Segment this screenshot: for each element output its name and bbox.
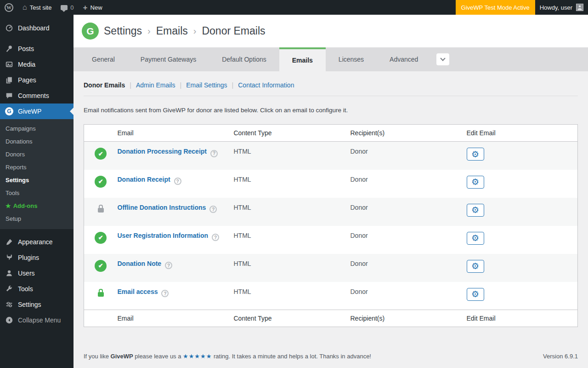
settings-sliders-icon: [5, 300, 14, 309]
recipient-cell: Donor: [351, 282, 467, 310]
breadcrumb-emails[interactable]: Emails: [156, 25, 188, 37]
content-type-cell: HTML: [234, 142, 351, 170]
table-row[interactable]: ✔ Donation Receipt? HTML Donor ⚙: [84, 170, 578, 198]
status-cell: ✔: [84, 226, 118, 254]
subnav-admin-emails[interactable]: Admin Emails: [136, 81, 175, 89]
sidebar-item-dashboard[interactable]: Dashboard: [0, 20, 74, 36]
submenu-item-donors[interactable]: Donors: [0, 148, 74, 161]
edit-email-button[interactable]: ⚙: [467, 260, 484, 273]
email-name-link[interactable]: Donation Processing Receipt: [118, 148, 207, 155]
sidebar-item-posts[interactable]: Posts: [0, 41, 74, 57]
sidebar-item-label: Comments: [18, 92, 49, 99]
subnav-donor-emails[interactable]: Donor Emails: [84, 81, 125, 89]
sidebar-item-settings[interactable]: Settings: [0, 297, 74, 312]
content-type-cell: HTML: [234, 226, 351, 254]
edit-email-button[interactable]: ⚙: [467, 232, 484, 245]
submenu-item-tools[interactable]: Tools: [0, 186, 74, 199]
gear-icon: ⚙: [471, 262, 479, 270]
edit-email-button[interactable]: ⚙: [467, 176, 484, 189]
sidebar-item-givewp[interactable]: G GiveWP: [0, 104, 74, 119]
breadcrumb-settings[interactable]: Settings: [104, 25, 142, 37]
content-type-cell: HTML: [234, 254, 351, 282]
submenu-item-reports[interactable]: Reports: [0, 161, 74, 173]
comments-menu[interactable]: 0: [56, 0, 78, 15]
comments-count: 0: [70, 4, 74, 11]
test-mode-badge[interactable]: GiveWP Test Mode Active: [456, 0, 535, 15]
sidebar-item-label: Collapse Menu: [18, 316, 61, 324]
email-name-link[interactable]: User Registration Information: [118, 232, 209, 239]
help-icon[interactable]: ?: [165, 262, 172, 269]
locked-active-icon: [98, 292, 104, 297]
chevron-separator-icon: ›: [193, 26, 197, 36]
table-row[interactable]: ✔ Donation Processing Receipt? HTML Dono…: [84, 142, 578, 170]
submenu-item-campaigns[interactable]: Campaigns: [0, 122, 74, 135]
help-icon[interactable]: ?: [161, 290, 169, 297]
sidebar-item-media[interactable]: Media: [0, 57, 74, 72]
sidebar-item-appearance[interactable]: Appearance: [0, 234, 74, 250]
tab-emails[interactable]: Emails: [279, 47, 326, 71]
sidebar-item-tools[interactable]: Tools: [0, 281, 74, 297]
tab-general[interactable]: General: [79, 47, 128, 71]
tab-licenses[interactable]: Licenses: [326, 47, 377, 71]
email-cell: Offline Donation Instructions?: [118, 198, 234, 226]
help-icon[interactable]: ?: [174, 178, 181, 185]
tab-advanced[interactable]: Advanced: [377, 47, 431, 71]
sidebar-item-pages[interactable]: Pages: [0, 72, 74, 88]
sidebar-item-comments[interactable]: Comments: [0, 88, 74, 104]
table-row[interactable]: ✔ Donation Note? HTML Donor ⚙: [84, 254, 578, 282]
sidebar-item-label: Appearance: [18, 238, 53, 246]
more-tabs-button[interactable]: [436, 53, 449, 65]
subnav-email-settings[interactable]: Email Settings: [186, 81, 227, 89]
recipient-cell: Donor: [351, 198, 467, 226]
submenu-item-addons[interactable]: ★ Add-ons: [0, 199, 74, 212]
table-row[interactable]: Email access? HTML Donor ⚙: [84, 282, 578, 310]
email-subnav: Donor Emails | Admin Emails | Email Sett…: [84, 81, 578, 89]
status-cell: [84, 198, 118, 226]
edit-email-button[interactable]: ⚙: [467, 204, 484, 217]
submenu-item-settings[interactable]: Settings: [0, 173, 74, 186]
table-row[interactable]: ✔ User Registration Information? HTML Do…: [84, 226, 578, 254]
col-header-status: [84, 125, 118, 142]
enabled-check-icon: ✔: [95, 232, 107, 244]
site-name-menu[interactable]: ⌂ Test site: [18, 0, 56, 15]
edit-email-button[interactable]: ⚙: [467, 288, 484, 301]
plugin-icon: [5, 253, 14, 262]
edit-email-button[interactable]: ⚙: [467, 148, 484, 161]
enabled-check-icon: ✔: [95, 176, 107, 188]
submenu-label: Setup: [6, 215, 21, 222]
sidebar-item-label: GiveWP: [18, 108, 41, 115]
help-icon[interactable]: ?: [209, 206, 217, 213]
edit-cell: ⚙: [467, 198, 578, 226]
tab-default-options[interactable]: Default Options: [209, 47, 279, 71]
sidebar-item-users[interactable]: Users: [0, 265, 74, 281]
recipient-cell: Donor: [351, 142, 467, 170]
collapse-arrow-icon: [5, 316, 14, 325]
email-name-link[interactable]: Donation Receipt: [118, 176, 170, 183]
recipient-cell: Donor: [351, 254, 467, 282]
site-name-label: Test site: [30, 4, 52, 11]
email-name-link[interactable]: Email access: [118, 288, 158, 295]
home-icon: ⌂: [23, 4, 27, 11]
email-name-link[interactable]: Donation Note: [118, 260, 162, 267]
submenu-label: Tools: [6, 190, 19, 196]
wrench-icon: [5, 284, 14, 293]
submenu-item-donations[interactable]: Donations: [0, 135, 74, 148]
new-content-menu[interactable]: + New: [79, 0, 107, 15]
star-icon: ★: [6, 202, 11, 209]
content-body: Donor Emails | Admin Emails | Email Sett…: [74, 71, 588, 360]
collapse-menu-button[interactable]: Collapse Menu: [0, 312, 74, 328]
wordpress-menu[interactable]: W: [0, 0, 18, 15]
help-icon[interactable]: ?: [212, 234, 219, 241]
breadcrumb-current: Donor Emails: [202, 25, 265, 37]
submenu-item-setup[interactable]: Setup: [0, 212, 74, 225]
tab-payment-gateways[interactable]: Payment Gateways: [128, 47, 209, 71]
table-row[interactable]: Offline Donation Instructions? HTML Dono…: [84, 198, 578, 226]
col-footer-edit-email: Edit Email: [467, 310, 578, 327]
submenu-label: Donations: [6, 138, 33, 145]
five-stars-link[interactable]: ★★★★★: [183, 353, 212, 360]
email-name-link[interactable]: Offline Donation Instructions: [118, 204, 206, 211]
sidebar-item-plugins[interactable]: Plugins: [0, 250, 74, 265]
howdy-account-menu[interactable]: Howdy, user: [535, 0, 588, 15]
subnav-contact-information[interactable]: Contact Information: [238, 81, 294, 89]
help-icon[interactable]: ?: [210, 150, 218, 157]
